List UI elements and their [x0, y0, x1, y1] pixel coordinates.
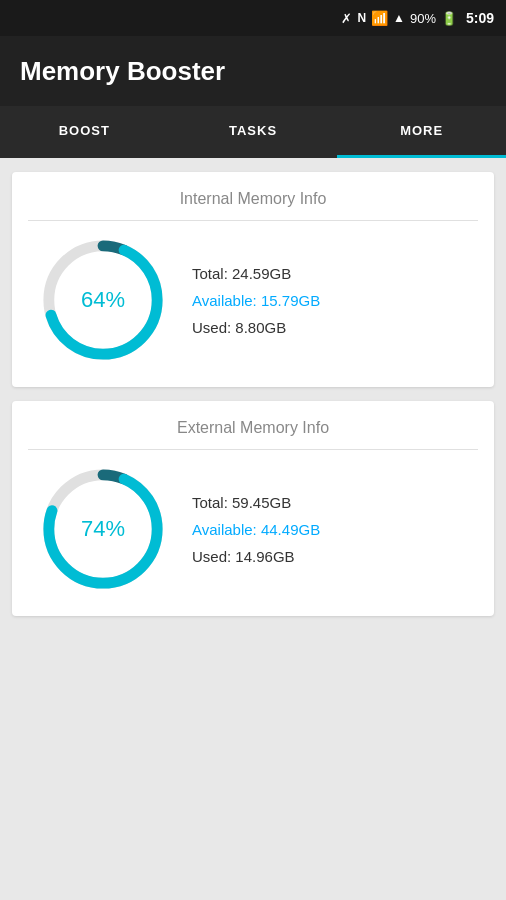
external-memory-info: Total: 59.45GB Available: 44.49GB Used: … — [192, 494, 320, 565]
app-title: Memory Booster — [20, 56, 225, 87]
internal-available: Available: 15.79GB — [192, 292, 320, 309]
internal-card-title: Internal Memory Info — [28, 190, 478, 221]
external-card-title: External Memory Info — [28, 419, 478, 450]
battery-icon: 🔋 — [441, 11, 457, 26]
internal-total: Total: 24.59GB — [192, 265, 320, 282]
main-content: Internal Memory Info 64% Total: 24.59GB … — [0, 158, 506, 630]
external-circle: 74% — [38, 464, 168, 594]
clock: 5:09 — [466, 10, 494, 26]
bluetooth-icon: ✗ — [341, 11, 352, 26]
external-memory-card: External Memory Info 74% Total: 59.45GB … — [12, 401, 494, 616]
external-card-body: 74% Total: 59.45GB Available: 44.49GB Us… — [28, 464, 478, 594]
internal-memory-card: Internal Memory Info 64% Total: 24.59GB … — [12, 172, 494, 387]
status-icons: ✗ N 📶 ▲ 90% 🔋 5:09 — [341, 10, 494, 26]
external-total: Total: 59.45GB — [192, 494, 320, 511]
tab-bar: BOOST TASKS MORE — [0, 106, 506, 158]
external-percent-label: 74% — [81, 516, 125, 542]
wifi-icon: 📶 — [371, 10, 388, 26]
internal-percent-label: 64% — [81, 287, 125, 313]
signal-icon: ▲ — [393, 11, 405, 25]
tab-boost[interactable]: BOOST — [0, 106, 169, 158]
external-available: Available: 44.49GB — [192, 521, 320, 538]
tab-more[interactable]: MORE — [337, 106, 506, 158]
status-bar: ✗ N 📶 ▲ 90% 🔋 5:09 — [0, 0, 506, 36]
external-used: Used: 14.96GB — [192, 548, 320, 565]
internal-used: Used: 8.80GB — [192, 319, 320, 336]
battery-percent: 90% — [410, 11, 436, 26]
internal-circle: 64% — [38, 235, 168, 365]
internal-card-body: 64% Total: 24.59GB Available: 15.79GB Us… — [28, 235, 478, 365]
tab-tasks[interactable]: TASKS — [169, 106, 338, 158]
nfc-icon: N — [357, 11, 366, 25]
app-header: Memory Booster — [0, 36, 506, 106]
internal-memory-info: Total: 24.59GB Available: 15.79GB Used: … — [192, 265, 320, 336]
